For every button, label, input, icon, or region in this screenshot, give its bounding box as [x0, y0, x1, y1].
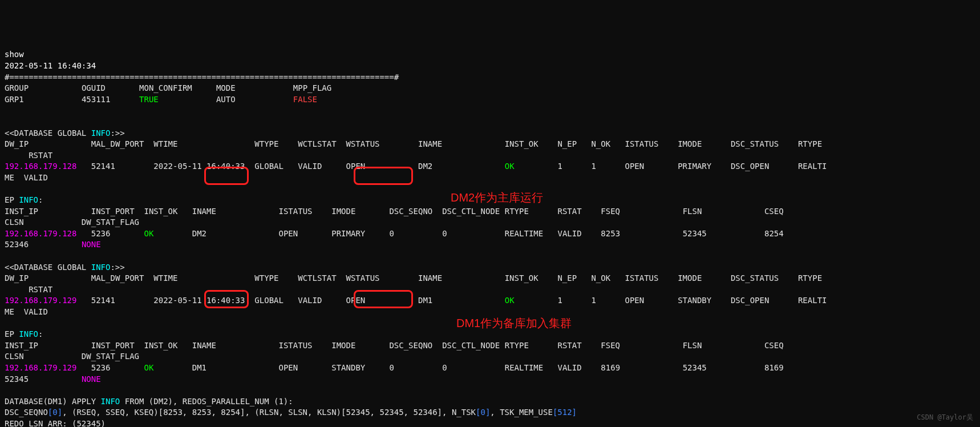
eph-iname: INAME: [192, 207, 216, 216]
apply-pre: DATABASE(DM1) APPLY: [5, 397, 101, 406]
ep1-imode: PRIMARY: [331, 229, 365, 238]
db1-instok: OK: [505, 162, 515, 171]
dbh-malport: MAL_DW_PORT: [91, 139, 144, 148]
dbh-istatus: ISTATUS: [625, 139, 658, 148]
db2-wctl: VALID: [298, 296, 322, 305]
ep2-imode: STANDBY: [331, 363, 365, 372]
dbh-nok: N_OK: [591, 139, 610, 148]
eph2-flsn: FLSN: [683, 341, 702, 350]
ep2-clsn: 52345: [5, 374, 29, 384]
db2-wtype: GLOBAL: [254, 296, 284, 305]
eph-ip: INST_IP: [5, 207, 38, 216]
dbh-imode: IMODE: [678, 139, 702, 148]
db2-ip: 192.168.179.129: [5, 296, 76, 305]
dbh2-dwip: DW_IP: [5, 273, 29, 283]
divider-top: #=======================================…: [5, 72, 399, 82]
eph-imode: IMODE: [331, 207, 355, 216]
dbh-rtype: RTYPE: [798, 139, 822, 148]
eph2-seqno: DSC_SEQNO: [389, 341, 432, 350]
db2-port: 52141: [91, 296, 115, 305]
db-global-post2: :>>: [110, 263, 124, 272]
eph-rstat: RSTAT: [557, 207, 581, 216]
db1-dscstatus: DSC_OPEN: [731, 162, 769, 171]
show-command: show: [5, 50, 24, 59]
ep2-flsn: 52345: [683, 363, 707, 372]
dbh-dwip: DW_IP: [5, 139, 29, 148]
db2-nep: 1: [557, 296, 562, 305]
ep1-dwflag: NONE: [82, 240, 101, 249]
ep1-ip: 192.168.179.128: [5, 229, 76, 238]
db1-wtype: GLOBAL: [254, 162, 284, 171]
eph2-iname: INAME: [192, 341, 216, 350]
db-global-info2: INFO: [91, 263, 111, 272]
ep2-port: 5236: [91, 363, 111, 372]
db-global-pre: <<DATABASE GLOBAL: [5, 128, 91, 138]
ep1-flsn: 52345: [683, 229, 707, 238]
ep-post: :: [38, 195, 43, 204]
ep2-rtype: REALTIME: [505, 363, 543, 372]
dbh-wtime: WTIME: [153, 139, 177, 148]
dbh2-iname: INAME: [418, 273, 442, 283]
eph2-port: INST_PORT: [91, 341, 135, 350]
ep2-iname: DM1: [192, 363, 206, 372]
db-global-info: INFO: [91, 128, 111, 138]
eph2-ctl: DSC_CTL_NODE: [442, 341, 500, 350]
ep1-port: 5236: [91, 229, 111, 238]
dbh-wstatus: WSTATUS: [346, 139, 380, 148]
db2-istatus: OPEN: [625, 296, 644, 305]
db1-wtime: 2022-05-11 16:40:33: [153, 162, 245, 171]
watermark: CSDN @Taylor吴: [917, 413, 973, 422]
ep-pre2: EP: [5, 329, 19, 339]
eph2-istatus: ISTATUS: [279, 341, 313, 350]
ep2-ctl: 0: [442, 363, 447, 372]
db2-wstatus: OPEN: [346, 296, 366, 305]
db1-nok: 1: [591, 162, 596, 171]
dbh-iname: INAME: [418, 139, 442, 148]
ep-info2: INFO: [19, 329, 38, 339]
terminal-output: show 2022-05-11 16:40:34 #==============…: [5, 49, 975, 427]
eph-port: INST_PORT: [91, 207, 135, 216]
hdr-group: GROUP: [5, 83, 29, 92]
db1-ip: 192.168.179.128: [5, 162, 76, 171]
ep2-seq: 0: [389, 363, 394, 372]
ep1-istatus: OPEN: [279, 229, 298, 238]
ep-post2: :: [38, 329, 43, 339]
grp-oguid: 453111: [82, 95, 111, 104]
ep-info: INFO: [19, 195, 38, 204]
db2-dscstatus: DSC_OPEN: [731, 296, 769, 305]
ep2-ip: 192.168.179.129: [5, 363, 76, 372]
eph-clsn: CLSN DW_STAT_FLAG: [5, 217, 139, 227]
ep1-ok: OK: [144, 229, 153, 238]
grp-monconfirm: TRUE: [139, 95, 159, 104]
dbh-dscstatus: DSC_STATUS: [731, 139, 779, 148]
dbh2-istatus: ISTATUS: [625, 273, 658, 283]
eph2-rtype: RTYPE: [505, 341, 529, 350]
dbh2-wstatus: WSTATUS: [346, 273, 380, 283]
ep2-rstat: VALID: [557, 363, 581, 372]
dbh-wtype: WTYPE: [254, 139, 278, 148]
dbh2-dscstatus: DSC_STATUS: [731, 273, 779, 283]
dsc-zero1: [0]: [48, 408, 62, 417]
ep2-fseq: 8169: [601, 363, 620, 372]
db1-port: 52141: [91, 162, 115, 171]
db-global-post: :>>: [110, 128, 124, 138]
dbh2-wtype: WTYPE: [254, 273, 278, 283]
ep2-istatus: OPEN: [279, 363, 298, 372]
dbh2-malport: MAL_DW_PORT: [91, 273, 144, 283]
dbh2-wtime: WTIME: [153, 273, 177, 283]
eph-rtype: RTYPE: [505, 207, 529, 216]
ep1-rtype: REALTIME: [505, 229, 543, 238]
ep1-iname: DM2: [192, 229, 206, 238]
dsc-zero2: [0]: [476, 408, 490, 417]
ep1-seq: 0: [389, 229, 394, 238]
dbh-wctl: WCTLSTAT: [298, 139, 336, 148]
db2-instok: OK: [505, 296, 515, 305]
db1-imode: PRIMARY: [678, 162, 711, 171]
dbh-nep: N_EP: [557, 139, 577, 148]
db2-imode: STANDBY: [678, 296, 711, 305]
grp-mode: AUTO: [216, 95, 236, 104]
db1-iname: DM2: [418, 162, 432, 171]
ep1-ctl: 0: [442, 229, 447, 238]
db2-iname: DM1: [418, 296, 432, 305]
db2-nok: 1: [591, 296, 596, 305]
